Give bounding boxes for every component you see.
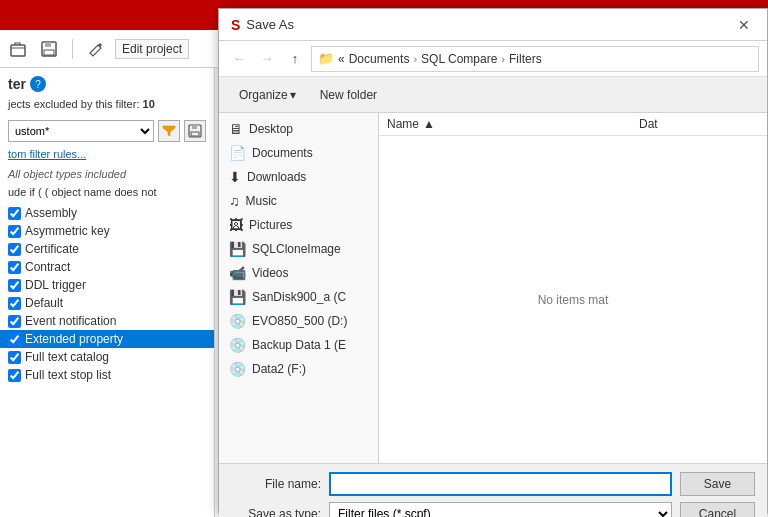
savetype-label: Save as type: xyxy=(231,507,321,517)
dialog-nav-item[interactable]: 💾SQLCloneImage xyxy=(219,237,378,261)
breadcrumb-sqlcompare: SQL Compare xyxy=(421,52,497,66)
col-date-header[interactable]: Dat xyxy=(639,117,759,131)
file-list-header: Name ▲ Dat xyxy=(379,113,767,136)
breadcrumb-folder-icon: 📁 xyxy=(318,51,334,66)
nav-item-icon: ⬇ xyxy=(229,169,241,185)
dialog-nav-item[interactable]: ⬇Downloads xyxy=(219,165,378,189)
nav-item-icon: 💿 xyxy=(229,337,246,353)
save-as-dialog: S Save As ✕ ← → ↑ 📁 « Documents › SQL Co… xyxy=(218,8,768,513)
dialog-nav-item[interactable]: 📄Documents xyxy=(219,141,378,165)
dialog-nav-item[interactable]: 🖼Pictures xyxy=(219,213,378,237)
dialog-left-pane: 🖥Desktop📄Documents⬇Downloads♫Music🖼Pictu… xyxy=(219,113,379,463)
nav-item-icon: 💿 xyxy=(229,313,246,329)
dialog-nav-item[interactable]: 💿EVO850_500 (D:) xyxy=(219,309,378,333)
file-list-content: No items mat xyxy=(379,136,767,463)
dialog-content: 🖥Desktop📄Documents⬇Downloads♫Music🖼Pictu… xyxy=(219,113,767,463)
dialog-nav-item[interactable]: 💾SanDisk900_a (C xyxy=(219,285,378,309)
savetype-select[interactable]: Filter files (*.scpf) xyxy=(329,502,672,517)
dialog-nav-item[interactable]: 📹Videos xyxy=(219,261,378,285)
dialog-title: Save As xyxy=(246,17,727,32)
dialog-app-icon: S xyxy=(231,17,240,33)
breadcrumb-filters: Filters xyxy=(509,52,542,66)
dialog-bottom: File name: Save Save as type: Filter fil… xyxy=(219,463,767,517)
dialog-nav-item[interactable]: ♫Music xyxy=(219,189,378,213)
new-folder-button[interactable]: New folder xyxy=(312,85,385,105)
up-button[interactable]: ↑ xyxy=(283,47,307,71)
dialog-overlay: S Save As ✕ ← → ↑ 📁 « Documents › SQL Co… xyxy=(0,0,768,517)
breadcrumb-part1: « xyxy=(338,52,345,66)
dialog-close-button[interactable]: ✕ xyxy=(733,14,755,36)
dialog-titlebar: S Save As ✕ xyxy=(219,9,767,41)
back-button[interactable]: ← xyxy=(227,47,251,71)
nav-item-icon: 💾 xyxy=(229,241,246,257)
dialog-nav: ← → ↑ 📁 « Documents › SQL Compare › Filt… xyxy=(219,41,767,77)
nav-item-icon: 🖼 xyxy=(229,217,243,233)
nav-item-icon: ♫ xyxy=(229,193,240,209)
breadcrumb-docs: Documents xyxy=(349,52,410,66)
dialog-actions: Organize ▾ New folder xyxy=(219,77,767,113)
filename-input[interactable] xyxy=(329,472,672,496)
dialog-nav-item[interactable]: 💿Data2 (F:) xyxy=(219,357,378,381)
nav-item-icon: 📹 xyxy=(229,265,246,281)
dialog-right-pane: Name ▲ Dat No items mat xyxy=(379,113,767,463)
dialog-nav-item[interactable]: 🖥Desktop xyxy=(219,117,378,141)
organize-button[interactable]: Organize ▾ xyxy=(231,85,304,105)
cancel-button[interactable]: Cancel xyxy=(680,502,755,517)
nav-item-icon: 🖥 xyxy=(229,121,243,137)
breadcrumb-bar[interactable]: 📁 « Documents › SQL Compare › Filters xyxy=(311,46,759,72)
save-button[interactable]: Save xyxy=(680,472,755,496)
dialog-nav-item[interactable]: 💿Backup Data 1 (E xyxy=(219,333,378,357)
forward-button[interactable]: → xyxy=(255,47,279,71)
nav-item-icon: 💾 xyxy=(229,289,246,305)
col-name-header[interactable]: Name ▲ xyxy=(387,117,639,131)
savetype-row: Save as type: Filter files (*.scpf) Canc… xyxy=(231,502,755,517)
filename-row: File name: Save xyxy=(231,472,755,496)
nav-item-icon: 💿 xyxy=(229,361,246,377)
filename-label: File name: xyxy=(231,477,321,491)
nav-item-icon: 📄 xyxy=(229,145,246,161)
